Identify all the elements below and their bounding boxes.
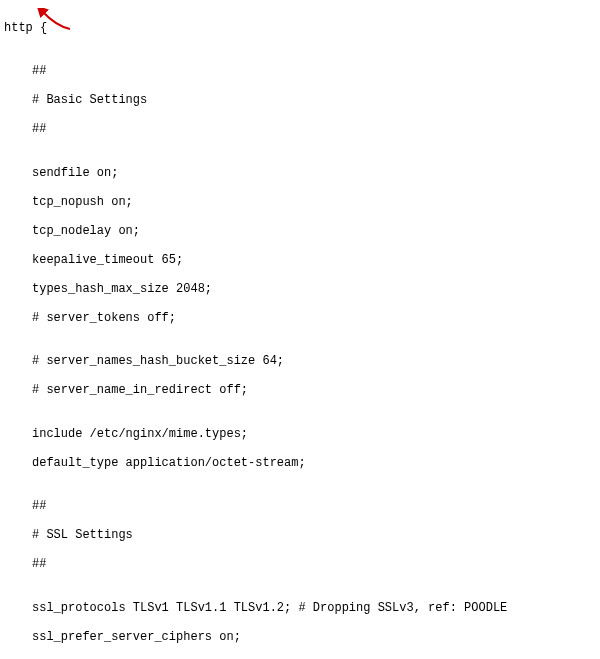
code-line: # server_names_hash_bucket_size 64;	[4, 354, 600, 369]
code-line: # Basic Settings	[4, 93, 600, 108]
code-line: # server_name_in_redirect off;	[4, 383, 600, 398]
code-line: ##	[4, 122, 600, 137]
code-line: sendfile on;	[4, 166, 600, 181]
code-line: keepalive_timeout 65;	[4, 253, 600, 268]
code-line: ssl_protocols TLSv1 TLSv1.1 TLSv1.2; # D…	[4, 601, 600, 616]
code-line: ##	[4, 499, 600, 514]
code-line: default_type application/octet-stream;	[4, 456, 600, 471]
code-line: ssl_prefer_server_ciphers on;	[4, 630, 600, 645]
code-line: ##	[4, 557, 600, 572]
code-line: include /etc/nginx/mime.types;	[4, 427, 600, 442]
code-line: http {	[4, 21, 600, 36]
code-line: # server_tokens off;	[4, 311, 600, 326]
code-line: types_hash_max_size 2048;	[4, 282, 600, 297]
annotation-arrow-icon	[36, 8, 76, 34]
code-line: tcp_nopush on;	[4, 195, 600, 210]
code-line: tcp_nodelay on;	[4, 224, 600, 239]
code-block: http { ## # Basic Settings ## sendfile o…	[0, 0, 600, 659]
code-line: ##	[4, 64, 600, 79]
code-line: # SSL Settings	[4, 528, 600, 543]
